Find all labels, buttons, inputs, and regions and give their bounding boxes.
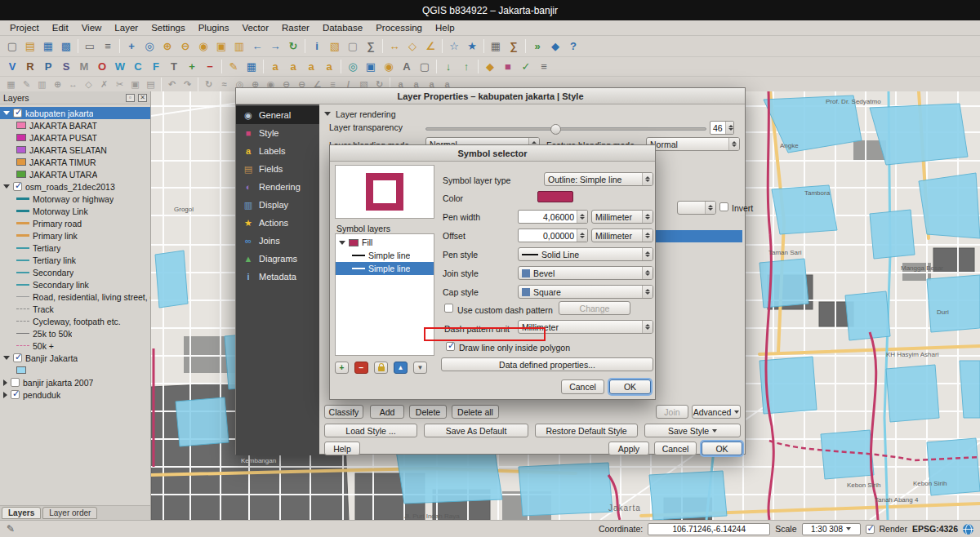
undo-icon[interactable]: ↶	[164, 78, 180, 91]
layer-item[interactable]: Tertiary	[0, 242, 150, 254]
add-button[interactable]: Add	[370, 405, 404, 419]
layer-item[interactable]: kabupaten jakarta	[0, 107, 150, 119]
open-project-icon[interactable]: ▤	[21, 38, 39, 55]
panel-close-icon[interactable]: ✕	[138, 94, 147, 102]
pan-map-icon[interactable]: +	[122, 38, 140, 55]
edits-pencil-icon[interactable]: ✎	[7, 523, 15, 535]
layer-item[interactable]: JAKARTA TIMUR	[0, 156, 150, 168]
options-icon[interactable]: ≡	[535, 58, 553, 75]
join-style-combo[interactable]: Bevel	[518, 266, 653, 280]
layer-checkbox[interactable]	[11, 390, 20, 399]
menu-project[interactable]: Project	[3, 21, 46, 34]
symbol-layer-type-combo[interactable]: Outline: Simple line	[544, 172, 653, 186]
color-button[interactable]	[537, 191, 573, 202]
layer-item[interactable]: Cycleway, footpath etc.	[0, 315, 150, 327]
node-tool-icon[interactable]: ◇	[81, 78, 96, 91]
refresh-icon[interactable]: ↻	[284, 38, 302, 55]
style-manager-icon[interactable]: ◆	[481, 58, 499, 75]
add-oracle-layer-icon[interactable]: O	[93, 58, 111, 75]
help-contents-icon[interactable]: ?	[564, 38, 582, 55]
symbol-units-combo[interactable]	[677, 201, 716, 215]
expander-icon[interactable]	[339, 241, 345, 245]
menu-view[interactable]: View	[75, 21, 109, 34]
spatial-query-icon[interactable]: ▣	[362, 58, 380, 75]
measure-area-icon[interactable]: ◇	[403, 38, 421, 55]
layer-item[interactable]: Tertiary link	[0, 254, 150, 266]
layer-rendering-expander-icon[interactable]	[324, 112, 331, 116]
show-bookmarks-icon[interactable]: ★	[463, 38, 481, 55]
menu-database[interactable]: Database	[316, 21, 369, 34]
layer-item[interactable]: JAKARTA BARAT	[0, 119, 150, 131]
symbol-ok-button[interactable]: OK	[609, 379, 651, 394]
new-print-composer-icon[interactable]: ▭	[81, 38, 99, 55]
menu-help[interactable]: Help	[429, 21, 461, 34]
pen-width-unit-combo[interactable]: Millimeter	[591, 210, 653, 224]
transparency-spinbox[interactable]: 46	[710, 121, 734, 135]
layer-item[interactable]	[0, 364, 150, 376]
layer-item[interactable]: Secondary	[0, 266, 150, 278]
measure-angle-icon[interactable]: ∠	[421, 38, 439, 55]
save-project-icon[interactable]: ▦	[39, 38, 57, 55]
ok-button[interactable]: OK	[702, 442, 742, 455]
classify-button[interactable]: Classify	[324, 405, 363, 419]
remove-symbol-layer-button[interactable]: −	[354, 362, 368, 374]
layer-item[interactable]: 25k to 50k	[0, 327, 150, 340]
cap-style-combo[interactable]: Square	[518, 285, 653, 299]
feature-blending-combo[interactable]: Normal	[646, 137, 740, 151]
advanced-button[interactable]: Advanced	[692, 405, 741, 419]
select-by-expression-icon[interactable]: ∑	[362, 38, 380, 55]
rotate-feature-icon[interactable]: ↻	[201, 78, 216, 91]
toggle-editing-icon[interactable]: ✎	[225, 58, 243, 75]
add-postgis-layer-icon[interactable]: P	[39, 58, 57, 75]
copy-features-icon[interactable]: ▣	[127, 78, 143, 91]
props-tab-metadata[interactable]: iMetadata	[236, 268, 319, 286]
save-edits-icon[interactable]: ▥	[34, 78, 50, 91]
menu-plugins[interactable]: Plugins	[192, 21, 236, 34]
delete-button[interactable]: Delete	[409, 405, 447, 419]
new-bookmark-icon[interactable]: ☆	[445, 38, 463, 55]
layer-item[interactable]: JAKARTA PUSAT	[0, 131, 150, 144]
coordinate-capture-icon[interactable]: ◎	[344, 58, 362, 75]
props-tab-joins[interactable]: ∞Joins	[236, 232, 319, 250]
render-checkbox[interactable]	[866, 525, 875, 534]
add-wfs-layer-icon[interactable]: F	[147, 58, 165, 75]
layer-item[interactable]: banjir jakarta 2007	[0, 376, 150, 388]
form-annotation-icon[interactable]: ▢	[416, 58, 434, 75]
symbol-layer-item[interactable]: Fill	[336, 236, 434, 249]
layer-item[interactable]: Primary road	[0, 217, 150, 229]
menu-processing[interactable]: Processing	[369, 21, 429, 34]
offset-unit-combo[interactable]: Millimeter	[591, 229, 653, 242]
scale-input[interactable]: 1:30 308	[802, 523, 861, 535]
props-tab-actions[interactable]: ★Actions	[236, 214, 319, 232]
offset-spinbox[interactable]: 0,00000	[518, 229, 588, 242]
layer-item[interactable]: Banjir Jakarta	[0, 352, 150, 364]
map-tips-icon[interactable]: ◉	[380, 58, 398, 75]
menu-vector[interactable]: Vector	[235, 21, 275, 34]
panel-tab-layers[interactable]: Layers	[2, 507, 41, 519]
new-shapefile-layer-icon[interactable]: +	[183, 58, 201, 75]
save-style-button[interactable]: Save Style	[644, 424, 741, 437]
expander-icon[interactable]	[3, 392, 7, 398]
cancel-button[interactable]: Cancel	[654, 442, 697, 455]
delete-selected-icon[interactable]: ✗	[96, 78, 112, 91]
zoom-full-icon[interactable]: ◉	[194, 38, 212, 55]
zoom-next-icon[interactable]: →	[266, 38, 284, 55]
transparency-slider[interactable]	[425, 127, 706, 131]
layer-item[interactable]: Motorway Link	[0, 205, 150, 217]
layer-checkbox[interactable]	[13, 353, 22, 362]
symbol-layer-item[interactable]: Simple line	[336, 249, 434, 262]
composer-manager-icon[interactable]: ≡	[99, 38, 117, 55]
layer-checkbox[interactable]	[11, 378, 20, 387]
delete-all-button[interactable]: Delete all	[452, 405, 499, 419]
change-label-icon[interactable]: a	[320, 58, 338, 75]
measure-line-icon[interactable]: ↔	[385, 38, 403, 55]
menu-raster[interactable]: Raster	[275, 21, 316, 34]
layer-item[interactable]: Primary link	[0, 229, 150, 242]
crs-status[interactable]: EPSG:4326	[912, 524, 958, 534]
data-defined-properties-button[interactable]: Data defined properties...	[441, 357, 653, 371]
symbol-cancel-button[interactable]: Cancel	[561, 379, 604, 394]
field-calculator-icon[interactable]: ∑	[505, 38, 523, 55]
layer-item[interactable]: JAKARTA SELATAN	[0, 144, 150, 156]
panel-float-icon[interactable]: ▫	[126, 94, 135, 102]
toggle-editing-digitize-icon[interactable]: ✎	[19, 78, 34, 91]
